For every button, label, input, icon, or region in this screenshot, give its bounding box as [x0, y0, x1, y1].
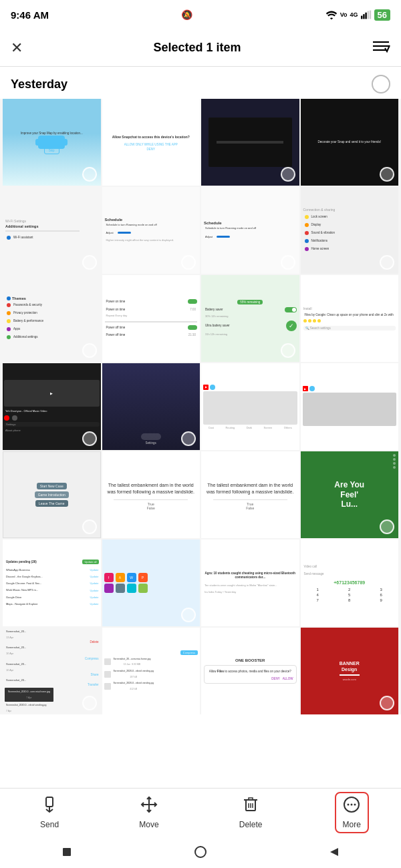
select-circle[interactable]	[281, 696, 295, 710]
svg-rect-8	[46, 797, 53, 807]
lte-icon: 4G	[350, 11, 358, 18]
send-nav-item[interactable]: Send	[32, 793, 67, 832]
wifi-icon	[325, 10, 338, 19]
home-button[interactable]	[192, 844, 209, 860]
delete-icon	[243, 796, 259, 817]
select-circle[interactable]	[281, 167, 295, 182]
select-circle[interactable]	[281, 255, 295, 270]
select-circle[interactable]	[281, 608, 295, 622]
select-circle[interactable]	[82, 255, 97, 270]
select-circle[interactable]	[181, 343, 196, 358]
photo-item[interactable]: The tallest embankment dam in the world …	[102, 451, 200, 538]
photo-item[interactable]: Schedule Schedule to turn Roaming mode o…	[102, 187, 200, 274]
bottom-nav: Send Move Delete	[0, 788, 401, 836]
svg-point-21	[195, 847, 206, 857]
svg-rect-4	[369, 11, 370, 19]
more-icon	[343, 796, 360, 817]
select-circle[interactable]	[380, 343, 394, 358]
select-circle[interactable]	[281, 343, 295, 358]
photo-item[interactable]: Start New Case Game Introduction Leave T…	[3, 451, 101, 538]
delete-label: Delete	[239, 820, 263, 829]
status-time: 9:46 AM	[11, 9, 49, 21]
photo-item[interactable]: Screenshot_20... 13 Apr Delete Screensho…	[3, 628, 101, 714]
photo-item[interactable]: Video call Send message +67123456789 1 2…	[301, 539, 399, 626]
photo-item[interactable]: Compress Screenshot_20...com.miui.home.j…	[102, 628, 200, 714]
android-nav-bar	[0, 836, 401, 868]
photo-item[interactable]: f A W P	[102, 539, 200, 626]
select-circle[interactable]	[82, 431, 97, 446]
photo-item[interactable]: Allow Snapchat to access this device's l…	[102, 99, 200, 186]
mute-icon: 🔕	[181, 9, 192, 20]
photo-item[interactable]: 55% remaining Battery saver 30% 12h rema…	[201, 275, 299, 362]
select-circle[interactable]	[380, 696, 394, 710]
svg-point-17	[348, 803, 350, 805]
svg-rect-2	[365, 13, 366, 19]
section-header: Yesterday	[0, 67, 401, 99]
svg-marker-22	[330, 848, 338, 856]
photo-item[interactable]: BANNERDesign wsxdn.com	[301, 628, 399, 714]
check-all-button[interactable]	[372, 39, 390, 57]
photo-item[interactable]: Decorate your Snap and send it to your f…	[301, 99, 399, 186]
volte-icon: Vo	[340, 11, 348, 18]
more-label: More	[343, 820, 361, 829]
send-icon	[41, 796, 58, 817]
svg-rect-1	[363, 14, 364, 19]
select-circle[interactable]	[181, 255, 196, 270]
select-circle[interactable]	[380, 255, 394, 270]
select-circle[interactable]	[181, 167, 196, 182]
select-circle[interactable]	[82, 696, 97, 710]
photo-item[interactable]: Schedule Schedule to turn Roaming mode o…	[201, 187, 299, 274]
more-nav-item[interactable]: More	[335, 792, 369, 833]
select-circle[interactable]	[181, 696, 196, 710]
select-circle[interactable]	[82, 167, 97, 182]
photo-item[interactable]: ONE BOOSTER Allow Files to access photos…	[201, 628, 299, 714]
photo-item[interactable]: ▶ Cast Routing Dark Screen Others	[201, 363, 299, 450]
status-icons: Vo 4G 56	[325, 9, 390, 21]
photo-item[interactable]: Are YouFeel'Lu...	[301, 451, 399, 538]
photo-item[interactable]: Power on time Power on time 7:00 Repeat …	[102, 275, 200, 362]
photo-item[interactable]: Updates pending (26) Update all WhatsApp…	[3, 539, 101, 626]
select-circle[interactable]	[380, 167, 394, 182]
select-circle[interactable]	[181, 431, 196, 446]
photo-item[interactable]: The tallest embankment dam in the world …	[201, 451, 299, 538]
send-label: Send	[40, 820, 59, 829]
select-circle[interactable]	[380, 608, 394, 622]
svg-point-19	[354, 803, 356, 805]
photo-item[interactable]: Connection & sharing Lock screen Display…	[301, 187, 399, 274]
photo-item[interactable]: Install Files by Google: Clean up space …	[301, 275, 399, 362]
svg-rect-20	[63, 848, 71, 856]
move-label: Move	[139, 820, 158, 829]
select-circle[interactable]	[181, 519, 196, 534]
photo-item[interactable]: ▶ Yeh Dooriyan - Official Music Video Se…	[3, 363, 101, 450]
photo-item[interactable]: Agra: 10 students caught cheating using …	[201, 539, 299, 626]
photo-item[interactable]: Themes Passwords & security Privacy prot…	[3, 275, 101, 362]
signal-icon	[361, 10, 372, 19]
svg-rect-3	[367, 11, 368, 19]
close-button[interactable]: ✕	[11, 39, 23, 57]
select-circle[interactable]	[82, 343, 97, 358]
photo-item[interactable]: Wi-Fi Settings Additional settings Wi-Fi…	[3, 187, 101, 274]
move-icon	[140, 796, 158, 817]
toolbar-title: Selected 1 item	[153, 41, 241, 55]
select-circle[interactable]	[82, 608, 97, 622]
select-circle[interactable]	[380, 519, 394, 534]
select-circle[interactable]	[281, 431, 295, 446]
back-button[interactable]	[326, 844, 342, 860]
svg-point-18	[351, 803, 353, 805]
recent-apps-button[interactable]	[59, 844, 75, 860]
toolbar: ✕ Selected 1 item	[0, 29, 401, 67]
photo-item[interactable]: Settings	[102, 363, 200, 450]
select-circle[interactable]	[281, 519, 295, 534]
photo-item[interactable]: Improve your Snap Map by enabling locati…	[3, 99, 101, 186]
select-circle[interactable]	[181, 608, 196, 622]
photo-item[interactable]	[201, 99, 299, 186]
battery-level: 56	[374, 9, 390, 21]
section-title: Yesterday	[11, 77, 68, 91]
select-circle[interactable]	[380, 431, 394, 446]
photo-item[interactable]: ▶	[301, 363, 399, 450]
select-all-circle[interactable]	[372, 75, 390, 93]
select-circle[interactable]	[82, 519, 97, 534]
delete-nav-item[interactable]: Delete	[231, 793, 271, 832]
photo-grid: Improve your Snap Map by enabling locati…	[0, 99, 401, 714]
move-nav-item[interactable]: Move	[131, 793, 166, 832]
